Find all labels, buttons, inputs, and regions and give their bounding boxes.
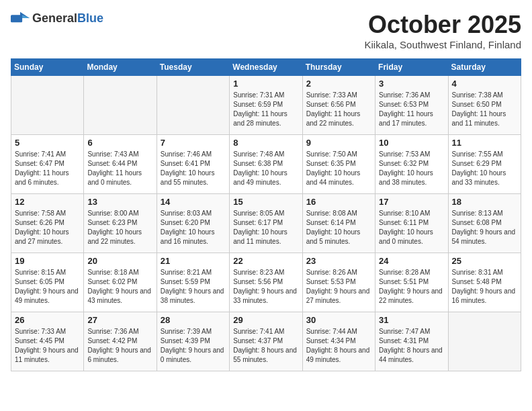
location-title: Kiikala, Southwest Finland, Finland	[365, 39, 521, 50]
day-number: 21	[161, 256, 226, 266]
calendar-cell: 5Sunrise: 7:41 AMSunset: 6:47 PMDaylight…	[11, 135, 84, 194]
calendar-cell: 15Sunrise: 8:05 AMSunset: 6:17 PMDayligh…	[230, 194, 302, 253]
cell-info: Sunrise: 7:38 AMSunset: 6:50 PMDaylight:…	[452, 91, 517, 128]
day-number: 30	[306, 315, 371, 325]
cell-info: Sunrise: 7:46 AMSunset: 6:41 PMDaylight:…	[161, 150, 226, 187]
cell-info: Sunrise: 7:33 AMSunset: 6:56 PMDaylight:…	[306, 91, 371, 128]
calendar-cell	[84, 76, 157, 135]
day-number: 3	[379, 79, 444, 89]
day-number: 10	[379, 138, 444, 148]
cell-info: Sunrise: 8:21 AMSunset: 5:59 PMDaylight:…	[161, 268, 226, 306]
cell-info: Sunrise: 8:10 AMSunset: 6:11 PMDaylight:…	[379, 209, 444, 246]
day-number: 27	[87, 315, 152, 325]
month-title: October 2025	[365, 11, 521, 39]
day-number: 24	[379, 256, 444, 266]
calendar-cell: 24Sunrise: 8:28 AMSunset: 5:51 PMDayligh…	[375, 253, 448, 312]
calendar-cell: 31Sunrise: 7:47 AMSunset: 4:31 PMDayligh…	[375, 312, 448, 371]
cell-info: Sunrise: 8:03 AMSunset: 6:20 PMDaylight:…	[161, 209, 226, 246]
calendar-cell: 10Sunrise: 7:53 AMSunset: 6:32 PMDayligh…	[375, 135, 448, 194]
cell-info: Sunrise: 7:55 AMSunset: 6:29 PMDaylight:…	[452, 150, 517, 187]
calendar-cell: 14Sunrise: 8:03 AMSunset: 6:20 PMDayligh…	[157, 194, 229, 253]
cell-info: Sunrise: 7:41 AMSunset: 4:37 PMDaylight:…	[233, 327, 298, 365]
calendar-cell: 3Sunrise: 7:36 AMSunset: 6:53 PMDaylight…	[375, 76, 448, 135]
calendar-cell: 8Sunrise: 7:48 AMSunset: 6:38 PMDaylight…	[230, 135, 302, 194]
calendar-week-1: 1Sunrise: 7:31 AMSunset: 6:59 PMDaylight…	[11, 76, 521, 135]
calendar-body: 1Sunrise: 7:31 AMSunset: 6:59 PMDaylight…	[11, 76, 521, 371]
calendar-cell: 9Sunrise: 7:50 AMSunset: 6:35 PMDaylight…	[302, 135, 375, 194]
calendar-cell: 26Sunrise: 7:33 AMSunset: 4:45 PMDayligh…	[11, 312, 84, 371]
cell-info: Sunrise: 7:41 AMSunset: 6:47 PMDaylight:…	[15, 150, 80, 187]
svg-marker-2	[22, 15, 30, 18]
cell-info: Sunrise: 7:43 AMSunset: 6:44 PMDaylight:…	[87, 150, 152, 187]
calendar-cell: 28Sunrise: 7:39 AMSunset: 4:39 PMDayligh…	[157, 312, 229, 371]
calendar-week-3: 12Sunrise: 7:58 AMSunset: 6:26 PMDayligh…	[11, 194, 521, 253]
day-number: 9	[306, 138, 371, 148]
day-number: 25	[452, 256, 517, 266]
logo-text: GeneralBlue	[32, 11, 103, 26]
day-number: 6	[87, 138, 152, 148]
day-number: 5	[15, 138, 80, 148]
day-number: 15	[233, 197, 298, 207]
day-number: 23	[306, 256, 371, 266]
day-number: 7	[161, 138, 226, 148]
cell-info: Sunrise: 8:26 AMSunset: 5:53 PMDaylight:…	[306, 268, 371, 306]
cell-info: Sunrise: 7:33 AMSunset: 4:45 PMDaylight:…	[15, 327, 80, 365]
day-number: 31	[379, 315, 444, 325]
calendar-cell: 1Sunrise: 7:31 AMSunset: 6:59 PMDaylight…	[230, 76, 302, 135]
calendar-cell: 4Sunrise: 7:38 AMSunset: 6:50 PMDaylight…	[448, 76, 521, 135]
col-header-friday: Friday	[375, 59, 448, 76]
day-number: 22	[233, 256, 298, 266]
calendar-cell: 16Sunrise: 8:08 AMSunset: 6:14 PMDayligh…	[302, 194, 375, 253]
calendar-cell: 7Sunrise: 7:46 AMSunset: 6:41 PMDaylight…	[157, 135, 229, 194]
day-number: 1	[233, 79, 298, 89]
day-number: 16	[306, 197, 371, 207]
cell-info: Sunrise: 7:58 AMSunset: 6:26 PMDaylight:…	[15, 209, 80, 246]
calendar-cell: 21Sunrise: 8:21 AMSunset: 5:59 PMDayligh…	[157, 253, 229, 312]
day-number: 13	[87, 197, 152, 207]
calendar-cell: 11Sunrise: 7:55 AMSunset: 6:29 PMDayligh…	[448, 135, 521, 194]
cell-info: Sunrise: 8:18 AMSunset: 6:02 PMDaylight:…	[87, 268, 152, 306]
logo-icon	[11, 11, 30, 26]
calendar-cell: 2Sunrise: 7:33 AMSunset: 6:56 PMDaylight…	[302, 76, 375, 135]
calendar-week-5: 26Sunrise: 7:33 AMSunset: 4:45 PMDayligh…	[11, 312, 521, 371]
title-area: October 2025 Kiikala, Southwest Finland,…	[365, 11, 521, 50]
calendar-cell: 23Sunrise: 8:26 AMSunset: 5:53 PMDayligh…	[302, 253, 375, 312]
calendar-week-4: 19Sunrise: 8:15 AMSunset: 6:05 PMDayligh…	[11, 253, 521, 312]
day-number: 19	[15, 256, 80, 266]
col-header-monday: Monday	[84, 59, 157, 76]
calendar-cell	[11, 76, 84, 135]
cell-info: Sunrise: 7:36 AMSunset: 6:53 PMDaylight:…	[379, 91, 444, 128]
cell-info: Sunrise: 7:47 AMSunset: 4:31 PMDaylight:…	[379, 327, 444, 365]
calendar-cell: 27Sunrise: 7:36 AMSunset: 4:42 PMDayligh…	[84, 312, 157, 371]
cell-info: Sunrise: 8:05 AMSunset: 6:17 PMDaylight:…	[233, 209, 298, 246]
cell-info: Sunrise: 7:48 AMSunset: 6:38 PMDaylight:…	[233, 150, 298, 187]
day-number: 8	[233, 138, 298, 148]
calendar-cell: 13Sunrise: 8:00 AMSunset: 6:23 PMDayligh…	[84, 194, 157, 253]
calendar-cell: 22Sunrise: 8:23 AMSunset: 5:56 PMDayligh…	[230, 253, 302, 312]
cell-info: Sunrise: 7:39 AMSunset: 4:39 PMDaylight:…	[161, 327, 226, 365]
page-header: GeneralBlue October 2025 Kiikala, Southw…	[11, 11, 521, 50]
day-number: 17	[379, 197, 444, 207]
day-number: 14	[161, 197, 226, 207]
day-number: 20	[87, 256, 152, 266]
calendar-cell: 19Sunrise: 8:15 AMSunset: 6:05 PMDayligh…	[11, 253, 84, 312]
col-header-tuesday: Tuesday	[157, 59, 229, 76]
cell-info: Sunrise: 7:50 AMSunset: 6:35 PMDaylight:…	[306, 150, 371, 187]
cell-info: Sunrise: 8:31 AMSunset: 5:48 PMDaylight:…	[452, 268, 517, 306]
calendar-cell	[448, 312, 521, 371]
cell-info: Sunrise: 8:15 AMSunset: 6:05 PMDaylight:…	[15, 268, 80, 306]
calendar-header-row: SundayMondayTuesdayWednesdayThursdayFrid…	[11, 59, 521, 76]
cell-info: Sunrise: 7:44 AMSunset: 4:34 PMDaylight:…	[306, 327, 371, 365]
col-header-thursday: Thursday	[302, 59, 375, 76]
day-number: 11	[452, 138, 517, 148]
cell-info: Sunrise: 7:36 AMSunset: 4:42 PMDaylight:…	[87, 327, 152, 365]
logo: GeneralBlue	[11, 11, 103, 26]
cell-info: Sunrise: 7:31 AMSunset: 6:59 PMDaylight:…	[233, 91, 298, 128]
cell-info: Sunrise: 8:23 AMSunset: 5:56 PMDaylight:…	[233, 268, 298, 306]
day-number: 4	[452, 79, 517, 89]
col-header-sunday: Sunday	[11, 59, 84, 76]
calendar-cell: 17Sunrise: 8:10 AMSunset: 6:11 PMDayligh…	[375, 194, 448, 253]
calendar-cell: 12Sunrise: 7:58 AMSunset: 6:26 PMDayligh…	[11, 194, 84, 253]
calendar-cell: 29Sunrise: 7:41 AMSunset: 4:37 PMDayligh…	[230, 312, 302, 371]
calendar-cell: 20Sunrise: 8:18 AMSunset: 6:02 PMDayligh…	[84, 253, 157, 312]
